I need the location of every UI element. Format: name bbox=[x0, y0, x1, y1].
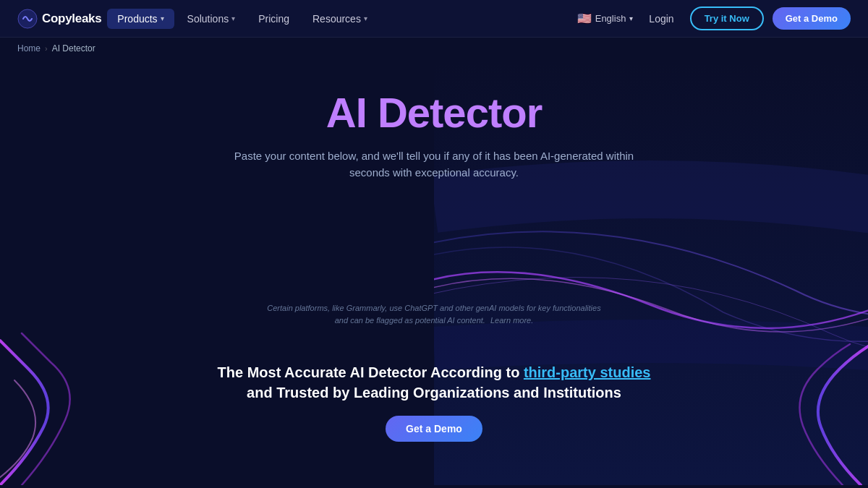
flag-icon: 🇺🇸 bbox=[577, 12, 592, 25]
hero-subtitle: Paste your content below, and we'll tell… bbox=[231, 148, 637, 181]
resources-chevron-icon: ▾ bbox=[364, 14, 367, 22]
solutions-chevron-icon: ▾ bbox=[231, 14, 235, 22]
disclaimer-text: Certain platforms, like Grammarly, use C… bbox=[260, 302, 608, 326]
breadcrumb-separator: › bbox=[45, 44, 48, 53]
hero-title: AI Detector bbox=[326, 88, 542, 137]
nav-solutions[interactable]: Solutions ▾ bbox=[177, 9, 246, 29]
logo[interactable]: Copyleaks bbox=[17, 9, 101, 29]
nav-pricing[interactable]: Pricing bbox=[248, 9, 299, 29]
nav-links: Products ▾ Solutions ▾ Pricing Resources… bbox=[107, 9, 576, 29]
nav-right: 🇺🇸 English ▾ Login Try it Now Get a Demo bbox=[577, 7, 851, 30]
login-button[interactable]: Login bbox=[642, 9, 681, 29]
third-party-studies-link[interactable]: third-party studies bbox=[524, 364, 651, 380]
bottom-cta-title: The Most Accurate AI Detector According … bbox=[217, 362, 651, 403]
get-demo-bottom-button[interactable]: Get a Demo bbox=[386, 416, 482, 442]
products-chevron-icon: ▾ bbox=[161, 14, 164, 22]
breadcrumb: Home › AI Detector bbox=[0, 38, 868, 59]
breadcrumb-home[interactable]: Home bbox=[17, 43, 41, 53]
hero-section: AI Detector Paste your content below, an… bbox=[0, 59, 868, 485]
get-demo-nav-button[interactable]: Get a Demo bbox=[773, 7, 851, 30]
navbar: Copyleaks Products ▾ Solutions ▾ Pricing… bbox=[0, 0, 868, 38]
copyleaks-logo-icon bbox=[17, 9, 38, 29]
bottom-section: Certain platforms, like Grammarly, use C… bbox=[0, 302, 868, 442]
lang-chevron-icon: ▾ bbox=[629, 14, 633, 22]
breadcrumb-current: AI Detector bbox=[52, 43, 95, 53]
hero-content: AI Detector Paste your content below, an… bbox=[231, 88, 637, 202]
nav-resources[interactable]: Resources ▾ bbox=[302, 9, 378, 29]
try-now-button[interactable]: Try it Now bbox=[690, 7, 764, 30]
disclaimer-learn-more-link[interactable]: Learn more. bbox=[490, 316, 533, 325]
language-selector[interactable]: 🇺🇸 English ▾ bbox=[577, 12, 634, 25]
logo-text: Copyleaks bbox=[42, 12, 101, 26]
nav-products[interactable]: Products ▾ bbox=[107, 9, 174, 29]
